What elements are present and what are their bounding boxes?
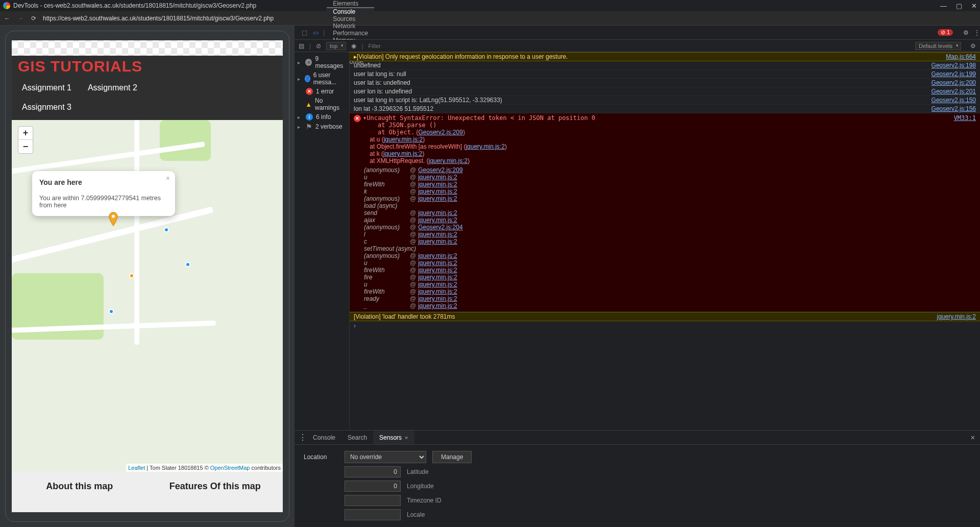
stack-frame: fireWith@jquery.min.js:2 xyxy=(364,288,976,295)
console-log-entry[interactable]: user lat long in script is: LatLng(51.59… xyxy=(350,96,980,105)
nav-assignment-3[interactable]: Assignment 3 xyxy=(22,103,71,111)
console-log-entry[interactable]: lon lat -3.3296326 51.595512Geoserv2.js:… xyxy=(350,105,980,113)
drawer-tab-console[interactable]: Console xyxy=(307,430,341,444)
console-log-pane[interactable]: ▸[Violation] Only request geolocation in… xyxy=(350,52,980,430)
warning-source-link[interactable]: jquery.min.js:2 xyxy=(932,313,976,320)
drawer-tab-sensors[interactable]: Sensors× xyxy=(373,430,414,444)
stack-frame-link[interactable]: jquery.min.js:2 xyxy=(418,274,457,281)
console-warning-entry[interactable]: [Violation] 'load' handler took 2781ms j… xyxy=(350,312,980,321)
osm-link[interactable]: OpenStreetMap xyxy=(210,465,250,471)
window-title: DevTools - ces-web2.southwales.ac.uk/stu… xyxy=(13,2,256,9)
nav-forward-button[interactable]: → xyxy=(16,15,24,22)
timezone-input[interactable] xyxy=(345,495,401,506)
sidebar-messages[interactable]: ▸≡9 messages xyxy=(295,54,349,70)
console-settings-button[interactable]: ⚙ xyxy=(970,42,976,50)
context-select[interactable]: top xyxy=(326,42,346,50)
console-toolbar: ▤ | ⊘ top ◉ | Default levels ⚙ xyxy=(295,40,980,52)
devtools-tab-performance[interactable]: Performance xyxy=(327,30,374,37)
console-input[interactable] xyxy=(359,322,976,329)
stack-frame: l@jquery.min.js:2 xyxy=(364,231,976,238)
map-canvas[interactable]: + − × You are here You are within 7.0599… xyxy=(12,120,283,472)
sidebar-user-messages[interactable]: ▸👤6 user messa... xyxy=(295,70,349,87)
devtools-tabs: ⬚ ▭ | ElementsConsoleSourcesNetworkPerfo… xyxy=(295,26,980,40)
nav-assignment-2[interactable]: Assignment 2 xyxy=(88,83,137,92)
log-source-link[interactable]: Map.js:664 xyxy=(941,53,976,60)
console-error-entry[interactable]: ✕ ▾Uncaught SyntaxError: Unexpected toke… xyxy=(350,113,980,165)
stack-frame-link[interactable]: jquery.min.js:2 xyxy=(418,259,457,267)
zoom-out-button[interactable]: − xyxy=(18,140,33,153)
popup-close-button[interactable]: × xyxy=(166,174,170,182)
console-log-entry[interactable]: user lon is: undefinedGeoserv2.js:201 xyxy=(350,87,980,96)
devtools-tab-elements[interactable]: Elements xyxy=(327,0,374,7)
devtools-settings-button[interactable]: ⚙ xyxy=(963,29,969,36)
drawer-close-button[interactable]: × xyxy=(971,434,975,442)
filter-input[interactable] xyxy=(369,43,460,49)
inspect-element-button[interactable]: ⬚ xyxy=(299,29,310,36)
stack-frame-link[interactable]: jquery.min.js:2 xyxy=(418,195,457,202)
stack-frame-link[interactable]: jquery.min.js:2 xyxy=(418,267,457,274)
sidebar-toggle-button[interactable]: ▤ xyxy=(299,42,304,50)
map-point-icon[interactable] xyxy=(164,227,169,232)
stack-frame-link[interactable]: jquery.min.js:2 xyxy=(418,252,457,259)
live-expression-button[interactable]: ◉ xyxy=(351,42,356,50)
drawer-tab-search[interactable]: Search xyxy=(341,430,373,444)
console-log-entry[interactable]: ▸[Violation] Only request geolocation in… xyxy=(350,52,980,61)
latitude-input[interactable] xyxy=(345,466,401,477)
window-close-button[interactable]: ✕ xyxy=(971,2,977,10)
nav-reload-button[interactable]: ⟳ xyxy=(30,15,38,22)
longitude-input[interactable] xyxy=(345,481,401,492)
drawer-more-button[interactable]: ⋮ xyxy=(299,433,307,442)
device-toggle-button[interactable]: ▭ xyxy=(310,29,321,36)
log-source-link[interactable]: Geoserv2.js:150 xyxy=(926,97,976,104)
window-maximize-button[interactable]: ▢ xyxy=(956,2,962,10)
locale-input[interactable] xyxy=(345,509,401,520)
manage-locations-button[interactable]: Manage xyxy=(432,451,472,463)
error-count-badge[interactable]: ⊘ 1 xyxy=(938,29,953,36)
devtools-tab-sources[interactable]: Sources xyxy=(327,15,374,22)
stack-frame-link[interactable]: jquery.min.js:2 xyxy=(418,217,457,224)
log-levels-select[interactable]: Default levels xyxy=(915,42,961,50)
console-log-entry[interactable]: undefinedGeoserv2.js:198 xyxy=(350,61,980,70)
log-source-link[interactable]: Geoserv2.js:201 xyxy=(926,88,976,95)
stack-frame-link[interactable]: jquery.min.js:2 xyxy=(418,302,457,309)
log-source-link[interactable]: Geoserv2.js:156 xyxy=(926,105,976,112)
map-point-icon[interactable] xyxy=(109,309,114,314)
clear-console-button[interactable]: ⊘ xyxy=(316,42,321,50)
devtools-tab-console[interactable]: Console xyxy=(327,7,374,15)
page-title: GIS TUTORIALS xyxy=(12,56,283,80)
devtools-more-button[interactable]: ⋮ xyxy=(974,29,980,36)
map-point-icon[interactable] xyxy=(185,262,190,267)
stack-frame-link[interactable]: Geoserv2.js:209 xyxy=(418,166,462,174)
stack-frame-link[interactable]: jquery.min.js:2 xyxy=(418,209,457,217)
window-minimize-button[interactable]: — xyxy=(940,2,947,10)
stack-frame-link[interactable]: jquery.min.js:2 xyxy=(418,295,457,302)
stack-frame-link[interactable]: jquery.min.js:2 xyxy=(418,238,457,245)
error-source-link[interactable]: VM33:1 xyxy=(954,114,976,164)
stack-frame-link[interactable]: jquery.min.js:2 xyxy=(418,288,457,295)
stack-frame-link[interactable]: jquery.min.js:2 xyxy=(418,181,457,188)
console-log-entry[interactable]: user lat is: undefinedGeoserv2.js:200 xyxy=(350,79,980,87)
sidebar-info[interactable]: ▸i6 info xyxy=(295,112,349,122)
sidebar-verbose[interactable]: ▸⚑2 verbose xyxy=(295,122,349,132)
log-source-link[interactable]: Geoserv2.js:199 xyxy=(926,70,976,78)
devtools-tab-network[interactable]: Network xyxy=(327,22,374,30)
nav-back-button[interactable]: ← xyxy=(3,15,11,22)
stack-frame-link[interactable]: jquery.min.js:2 xyxy=(418,281,457,288)
close-sensors-tab[interactable]: × xyxy=(405,435,408,441)
leaflet-link[interactable]: Leaflet xyxy=(128,465,145,471)
location-override-select[interactable]: No override xyxy=(345,451,426,463)
map-point-icon[interactable] xyxy=(129,273,134,278)
zoom-in-button[interactable]: + xyxy=(18,127,33,140)
log-source-link[interactable]: Geoserv2.js:200 xyxy=(926,79,976,86)
url-text[interactable]: https://ces-web2.southwales.ac.uk/studen… xyxy=(43,15,274,22)
sidebar-waradowsnings[interactable]: ▲No warnings xyxy=(295,96,349,112)
log-source-link[interactable]: Geoserv2.js:198 xyxy=(926,62,976,69)
stack-frame-link[interactable]: jquery.min.js:2 xyxy=(418,174,457,181)
stack-frame-link[interactable]: Geoserv2.js:204 xyxy=(418,224,462,231)
stack-frame-link[interactable]: jquery.min.js:2 xyxy=(418,188,457,195)
nav-assignment-1[interactable]: Assignment 1 xyxy=(22,83,71,92)
stack-frame-link[interactable]: jquery.min.js:2 xyxy=(418,231,457,238)
map-marker-icon[interactable] xyxy=(109,212,118,226)
console-log-entry[interactable]: user lat long is: nullGeoserv2.js:199 xyxy=(350,70,980,79)
sidebar-errors[interactable]: ✕1 error xyxy=(295,87,349,96)
